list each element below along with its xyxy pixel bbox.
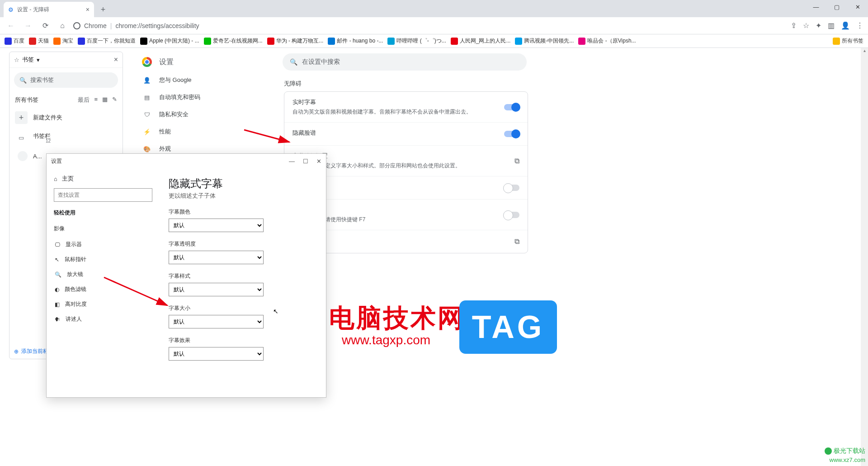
omnibox[interactable]: Chrome | chrome://settings/accessibility [73,22,199,29]
settings-nav-item[interactable]: 👤您与 Google [136,71,262,89]
folder-count: 12 [46,138,51,143]
row-desc: 自动为英文版音频和视频创建字幕。音频和字幕绝不会从设备中泄露出去。 [292,108,472,116]
settings-nav-item[interactable]: ▤自动填充和密码 [136,89,262,106]
field-select[interactable]: 默认 [169,219,264,232]
win-sidebar-item[interactable]: 🔍放大镜 [54,267,152,282]
back-icon[interactable]: ← [5,22,17,30]
win-search-input[interactable] [54,188,152,202]
reload-icon[interactable]: ⟳ [39,21,52,30]
menu-icon[interactable]: ⋮ [856,21,863,30]
profile-icon[interactable]: 👤 [841,21,850,30]
bookmarks-bar: 百度天猫淘宝百度一下，你就知道Apple (中国大陆) - ...爱奇艺-在线视… [0,34,868,48]
win-main-subtitle: 更以细述丈子子体 [169,192,317,200]
toggle-switch[interactable] [504,131,519,137]
win-sidebar-item[interactable]: ↖鼠标指针 [54,252,152,267]
bookmark-item[interactable]: 爱奇艺-在线视频网... [204,37,263,45]
sidebar-item-icon: 🖵 [55,242,60,248]
settings-nav-item[interactable]: 🛡隐私和安全 [136,106,262,123]
field-select[interactable]: 默认 [169,315,264,328]
win-maximize-button[interactable]: ☐ [303,158,308,165]
win-category: 轻松使用 [54,209,152,217]
caption-field: 字幕透明度默认 [169,240,317,264]
row-title: 隐藏脸谱 [292,129,316,137]
close-panel-icon[interactable]: × [114,56,118,64]
bookmark-item[interactable]: 百度 [5,37,24,45]
toggle-switch[interactable] [504,185,519,191]
bookmarks-search[interactable]: 🔍 搜索书签 [14,72,118,88]
star-icon[interactable]: ☆ [803,21,809,30]
sidebar-item-icon: ↖ [55,257,59,263]
external-link-icon[interactable]: ⧉ [514,238,519,246]
close-window-button[interactable]: ✕ [847,0,868,14]
edit-icon[interactable]: ✎ [112,96,117,104]
person-icon: 👤 [143,77,151,84]
bookmark-item[interactable]: 唯品会 -（原Vipsh... [578,37,636,45]
scrollbar[interactable]: ▴ [861,48,868,466]
win-sidebar-item[interactable]: 🗣讲述人 [54,312,152,327]
settings-row[interactable]: 隐藏脸谱 [284,123,528,146]
win-minimize-button[interactable]: — [289,158,295,165]
win-sidebar: ⌂ 主页 轻松使用 影像 🖵显示器↖鼠标指针🔍放大镜◐颜色滤镜◧高对比度🗣讲述人 [47,168,160,397]
forward-icon[interactable]: → [22,22,34,30]
all-bookmarks[interactable]: 所有书签 [833,37,863,45]
maximize-button[interactable]: ▢ [826,0,847,14]
bookmark-item[interactable]: 百度一下，你就知道 [78,37,136,45]
share-icon[interactable]: ⇪ [791,21,797,30]
external-link-icon[interactable]: ⧉ [514,157,519,165]
cursor-icon: ↖ [273,308,278,315]
home-icon[interactable]: ⌂ [56,22,69,30]
bookmark-item[interactable]: 腾讯视频-中国领先... [515,37,574,45]
close-tab-icon[interactable]: × [86,6,90,13]
field-label: 字幕样式 [169,272,317,280]
watermark-site: 极光下载站 [825,447,865,455]
filter-icon[interactable]: ≡ [94,96,98,104]
sidebar-item-icon: 🔍 [55,271,61,278]
sort-label[interactable]: 最后 [78,96,90,104]
field-select[interactable]: 默认 [169,347,264,361]
field-select[interactable]: 默认 [169,283,264,296]
sidepanel-icon[interactable]: ▥ [828,21,835,30]
bookmark-label: 人民网_网上的人民... [460,37,511,45]
all-bookmarks-row[interactable]: 所有书签 最后 ≡ ▦ ✎ [9,92,123,108]
caption-field: 字幕大小默认 [169,304,317,328]
win-sidebar-item[interactable]: ◐颜色滤镜 [54,282,152,297]
field-label: 字幕大小 [169,304,317,312]
settings-search[interactable]: 🔍 在设置中搜索 [283,53,527,71]
bookmark-item[interactable]: 邮件 - huang bo -... [328,37,383,45]
bookmark-item[interactable]: 华为 - 构建万物互... [267,37,324,45]
toggle-switch[interactable] [504,212,519,218]
bookmark-item[interactable]: 天猫 [29,37,49,45]
win-sidebar-item[interactable]: ◧高对比度 [54,297,152,312]
bookmark-label: 哔哩哔哩 (゜-゜)つ... [396,37,446,45]
bookmark-item[interactable]: Apple (中国大陆) - ... [140,37,199,45]
minimize-button[interactable]: — [806,0,826,14]
win-subcategory: 影像 [54,225,152,233]
bookmark-item[interactable]: 淘宝 [53,37,73,45]
favicon [578,38,585,45]
bookmark-item[interactable]: 哔哩哔哩 (゜-゜)つ... [387,37,446,45]
settings-row[interactable]: 实时字幕自动为英文版音频和视频创建字幕。音频和字幕绝不会从设备中泄露出去。 [284,92,528,123]
new-folder-row[interactable]: + 新建文件夹 [9,108,123,128]
toggle-switch[interactable] [504,104,519,110]
bookmarks-bar-folder[interactable]: ▭ 书签栏 12 [9,128,123,147]
search-icon: 🔍 [290,58,297,66]
bookmark-label: 唯品会 -（原Vipsh... [587,37,636,45]
folder-icon [833,38,840,45]
win-close-button[interactable]: ✕ [316,158,321,165]
new-tab-button[interactable]: + [97,3,109,16]
bookmark-item[interactable]: 人民网_网上的人民... [451,37,511,45]
settings-nav-item[interactable]: ⚡性能 [136,123,262,140]
grid-icon[interactable]: ▦ [102,96,108,104]
extensions-icon[interactable]: ✦ [816,21,821,30]
star-icon: ☆ [14,57,19,63]
field-select[interactable]: 默认 [169,251,264,264]
nav-label: 隐私和安全 [159,110,189,119]
omnibox-url: chrome://settings/accessibility [115,22,199,29]
win-home[interactable]: ⌂ 主页 [54,175,152,183]
toolbar-right: ⇪ ☆ ✦ ▥ 👤 ⋮ [791,21,863,30]
win-sidebar-item[interactable]: 🖵显示器 [54,237,152,252]
favicon [451,38,458,45]
nav-label: 外观 [159,145,171,153]
browser-tab[interactable]: ⚙ 设置 - 无障碍 × [4,2,94,17]
chevron-down-icon[interactable]: ▾ [37,57,40,63]
